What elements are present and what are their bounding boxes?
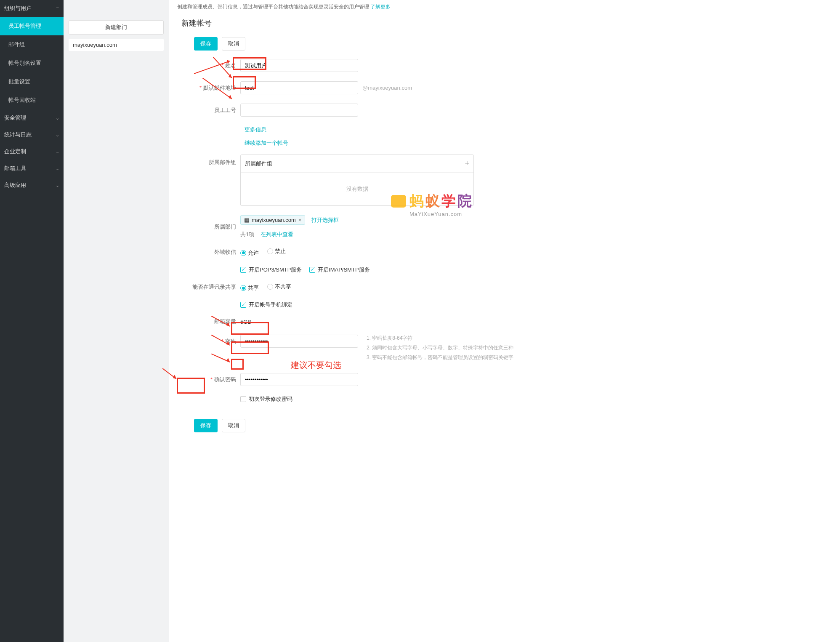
nav-item-alias[interactable]: 帐号别名设置	[0, 54, 64, 72]
pwd2-label: 确认密码	[181, 376, 240, 384]
save-button-top[interactable]: 保存	[194, 37, 218, 51]
cancel-button-top[interactable]: 取消	[222, 37, 245, 51]
nav-group-label: 组织与用户	[4, 5, 32, 12]
nav-group-label: 安全管理	[4, 114, 26, 122]
chevron-down-icon: ⌄	[56, 183, 59, 188]
empid-input[interactable]	[240, 104, 358, 117]
nav-group-stats[interactable]: 统计与日志 ⌄	[0, 126, 64, 143]
ext-label: 外域收信	[181, 248, 240, 256]
main-content: 创建和管理成员、部门信息，通过与管理平台其他功能结合实现更灵活安全的用户管理 了…	[169, 0, 840, 642]
nav-group-custom[interactable]: 企业定制 ⌄	[0, 143, 64, 160]
cap-label: 邮箱容量	[181, 318, 240, 325]
nav-group-label: 企业定制	[4, 148, 26, 155]
pwd-label: 密码	[181, 335, 240, 345]
chevron-up-icon: ⌃	[56, 6, 59, 11]
open-selector-link[interactable]: 打开选择框	[311, 217, 339, 223]
sidebar: 组织与用户 ⌃ 员工帐号管理 邮件组 帐号别名设置 批量设置 帐号回收站 安全管…	[0, 0, 64, 642]
dept-tag[interactable]: ▦ mayixueyuan.com ×	[240, 215, 305, 225]
email-input[interactable]	[240, 81, 358, 94]
mailgroup-label: 所属邮件组	[181, 155, 240, 166]
view-in-list-link[interactable]: 在列表中查看	[261, 231, 293, 237]
pop3-checkbox[interactable]: ✓开启POP3/SMTP服务	[240, 266, 302, 274]
share-no-radio[interactable]: 不共享	[267, 283, 291, 290]
dept-label: 所属部门	[181, 223, 240, 231]
share-yes-radio[interactable]: 共享	[240, 284, 259, 292]
first-login-checkbox[interactable]: 初次登录修改密码	[240, 395, 292, 403]
add-another-link[interactable]: 继续添加一个帐号	[245, 140, 288, 146]
chevron-down-icon: ⌄	[56, 115, 59, 121]
nav-group-org[interactable]: 组织与用户 ⌃	[0, 0, 64, 17]
name-label: 姓名	[181, 62, 240, 69]
nav-group-label: 统计与日志	[4, 131, 32, 139]
empid-label: 员工工号	[181, 107, 240, 114]
save-button-bottom[interactable]: 保存	[194, 419, 218, 432]
mailgroup-box: 所属邮件组 + 没有数据	[240, 155, 474, 206]
close-icon[interactable]: ×	[298, 217, 302, 223]
nav-item-mailgroup[interactable]: 邮件组	[0, 35, 64, 54]
nav-group-mailtool[interactable]: 邮箱工具 ⌄	[0, 160, 64, 177]
share-label: 能否在通讯录共享	[181, 283, 240, 291]
nav-group-security[interactable]: 安全管理 ⌄	[0, 109, 64, 126]
pwd-hint-1: 1. 密码长度8-64字符	[367, 335, 513, 342]
nav-group-label: 高级应用	[4, 181, 26, 189]
phone-bind-checkbox[interactable]: ✓开启帐号手机绑定	[240, 301, 292, 309]
nav-item-batch[interactable]: 批量设置	[0, 72, 64, 91]
dept-tree-panel: 新建部门 mayixueyuan.com	[64, 0, 169, 642]
page-title: 新建帐号	[181, 18, 827, 27]
nav-group-label: 邮箱工具	[4, 165, 26, 172]
chevron-down-icon: ⌄	[56, 149, 59, 155]
pwd2-input[interactable]	[240, 373, 358, 386]
new-dept-button[interactable]: 新建部门	[69, 20, 164, 35]
domain-item[interactable]: mayixueyuan.com	[69, 39, 164, 51]
chevron-down-icon: ⌄	[56, 132, 59, 138]
mailgroup-empty: 没有数据	[241, 173, 473, 205]
cancel-button-bottom[interactable]: 取消	[222, 419, 245, 432]
topbar-text: 创建和管理成员、部门信息，通过与管理平台其他功能结合实现更灵活安全的用户管理	[177, 4, 369, 10]
pwd-hint-2: 2. 须同时包含大写字母、小写字母、数字、特殊字符中的任意三种	[367, 344, 513, 352]
mailgroup-title: 所属邮件组	[245, 160, 272, 168]
chevron-down-icon: ⌄	[56, 166, 59, 171]
topbar-link[interactable]: 了解更多	[370, 4, 391, 10]
ext-allow-radio[interactable]: 允许	[240, 249, 259, 257]
pwd-input[interactable]	[240, 335, 358, 348]
nav-item-recycle[interactable]: 帐号回收站	[0, 91, 64, 109]
nav-item-account-mgmt[interactable]: 员工帐号管理	[0, 17, 64, 35]
ext-deny-radio[interactable]: 禁止	[267, 248, 286, 255]
more-info-link[interactable]: 更多信息	[245, 126, 266, 133]
email-suffix: @mayixueyuan.com	[362, 85, 412, 91]
nav-group-advanced[interactable]: 高级应用 ⌄	[0, 177, 64, 194]
name-input[interactable]	[240, 59, 358, 72]
imap-checkbox[interactable]: ✓开启IMAP/SMTP服务	[309, 266, 370, 274]
cap-value: 5GB	[240, 319, 251, 325]
org-icon: ▦	[244, 217, 249, 223]
email-label: 默认邮件地址	[181, 84, 240, 92]
dept-count: 共1项	[240, 231, 254, 237]
pwd-hint-3: 3. 密码不能包含邮箱帐号，密码不能是管理员设置的弱密码关键字	[367, 354, 513, 361]
dept-tag-text: mayixueyuan.com	[252, 217, 296, 223]
topbar: 创建和管理成员、部门信息，通过与管理平台其他功能结合实现更灵活安全的用户管理 了…	[169, 0, 840, 14]
plus-icon[interactable]: +	[465, 159, 469, 168]
